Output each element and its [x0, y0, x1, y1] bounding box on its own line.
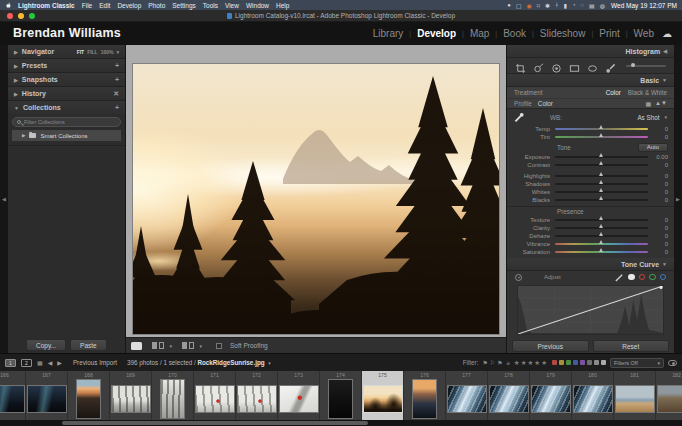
- filmstrip-thumbnail-180[interactable]: 180: [572, 371, 614, 420]
- color-label-chip-6[interactable]: [594, 360, 599, 365]
- filmstrip-thumbnail-168[interactable]: 168: [68, 371, 110, 420]
- filmstrip-scrollbar[interactable]: [0, 420, 682, 426]
- curve-channel-all-icon[interactable]: [628, 274, 635, 281]
- slider-handle[interactable]: [599, 180, 603, 184]
- contrast-slider-track[interactable]: [555, 164, 648, 166]
- filmstrip-thumbnail-179[interactable]: 179: [530, 371, 572, 420]
- menu-item-photo[interactable]: Photo: [148, 2, 165, 9]
- clear-icon[interactable]: ✕: [113, 90, 119, 98]
- filmstrip-thumbnail-181[interactable]: 181: [614, 371, 656, 420]
- grid-view-icon[interactable]: ▦: [37, 359, 43, 366]
- panel-adornment[interactable]: ✕: [113, 90, 119, 98]
- filmstrip-thumbnail-173[interactable]: 173: [278, 371, 320, 420]
- slider-handle[interactable]: [599, 196, 603, 200]
- filmstrip-thumbnail-177[interactable]: 177: [446, 371, 488, 420]
- basic-panel-header[interactable]: Basic▼: [507, 74, 674, 87]
- graduated-filter-icon[interactable]: [569, 60, 580, 71]
- before-after-topbottom-icon[interactable]: [182, 342, 194, 349]
- zoom-option-fill[interactable]: FILL: [87, 49, 98, 55]
- identity-plate[interactable]: Brendan Williams: [13, 26, 121, 40]
- menu-item-window[interactable]: Window: [246, 2, 269, 9]
- slider-handle[interactable]: [599, 153, 603, 157]
- scrollbar-thumb[interactable]: [62, 421, 368, 425]
- display-status-icon[interactable]: ▢: [516, 2, 522, 9]
- blacks-slider-track[interactable]: [555, 199, 648, 201]
- add-icon[interactable]: +: [115, 104, 119, 111]
- zoom-option-100%[interactable]: 100%: [101, 49, 114, 55]
- module-book[interactable]: Book: [503, 28, 526, 39]
- star-icon[interactable]: ★: [521, 359, 528, 366]
- filter-toggle-icon[interactable]: [668, 360, 677, 366]
- second-window-icon[interactable]: 2: [21, 359, 32, 367]
- filmstrip-thumbnail-166[interactable]: 166: [0, 371, 26, 420]
- treatment-color-button[interactable]: Color: [606, 89, 621, 96]
- star-icon[interactable]: ★: [514, 359, 521, 366]
- curve-channel-green-icon[interactable]: [649, 274, 656, 281]
- slider-handle[interactable]: [599, 216, 603, 220]
- slider-handle[interactable]: [599, 133, 603, 137]
- menu-item-help[interactable]: Help: [276, 2, 289, 9]
- shadows-slider-track[interactable]: [555, 183, 648, 185]
- brush-size-knob[interactable]: [631, 63, 635, 67]
- filters-dropdown[interactable]: Filters Off▾: [610, 358, 664, 368]
- color-label-chip-0[interactable]: [552, 360, 557, 365]
- add-icon[interactable]: +: [115, 76, 119, 83]
- search-status-icon[interactable]: ◌: [581, 2, 585, 9]
- add-icon[interactable]: +: [115, 62, 119, 69]
- filmstrip-thumbnail-174[interactable]: 174: [320, 371, 362, 420]
- saturation-slider-track[interactable]: [555, 251, 648, 253]
- filmstrip-thumbnail-178[interactable]: 178: [488, 371, 530, 420]
- radial-filter-icon[interactable]: [587, 60, 598, 71]
- slider-handle[interactable]: [599, 232, 603, 236]
- texture-slider-track[interactable]: [555, 219, 648, 221]
- curve-channel-blue-icon[interactable]: [660, 274, 667, 281]
- adjustment-brush-icon[interactable]: [605, 60, 616, 71]
- record-status-icon[interactable]: ●: [507, 2, 511, 9]
- temp-slider-track[interactable]: [555, 128, 648, 130]
- filmstrip-status[interactable]: 396 photos / 1 selected / RockRidgeSunri…: [127, 359, 271, 366]
- copy-button[interactable]: Copy...: [26, 339, 66, 351]
- filmstrip-thumbnail-172[interactable]: 172: [236, 371, 278, 420]
- filmstrip-thumbnail-171[interactable]: 171: [194, 371, 236, 420]
- eyedropper-icon[interactable]: [514, 111, 524, 123]
- paste-button[interactable]: Paste: [70, 339, 107, 351]
- menubar-app-name[interactable]: Lightroom Classic: [18, 2, 75, 9]
- filmstrip-thumbnail-175[interactable]: 175: [362, 371, 404, 420]
- treatment-bw-button[interactable]: Black & White: [628, 89, 667, 96]
- slider-handle[interactable]: [599, 188, 603, 192]
- highlights-slider-track[interactable]: [555, 175, 648, 177]
- targeted-adjustment-icon[interactable]: [515, 274, 522, 281]
- tone-curve-panel-header[interactable]: Tone Curve▼: [507, 258, 674, 271]
- profile-value[interactable]: Color: [538, 100, 553, 107]
- panel-header-presets[interactable]: ▶Presets+: [8, 59, 125, 72]
- exposure-slider-track[interactable]: [555, 156, 648, 158]
- collection-item[interactable]: ▶Smart Collections: [12, 130, 121, 141]
- wb-preset-dropdown[interactable]: As Shot▾: [637, 114, 667, 121]
- filmstrip-thumbnail-176[interactable]: 176: [404, 371, 446, 420]
- color-label-chip-5[interactable]: [587, 360, 592, 365]
- color-label-chip-4[interactable]: [580, 360, 585, 365]
- shortcuts-status-icon[interactable]: ✱: [545, 2, 550, 9]
- panel-header-snapshots[interactable]: ▶Snapshots+: [8, 73, 125, 86]
- module-map[interactable]: Map: [470, 28, 489, 39]
- previous-button[interactable]: Previous: [512, 340, 589, 352]
- star-rating-filter[interactable]: ★★★★★: [514, 359, 548, 367]
- spot-removal-icon[interactable]: [533, 60, 544, 71]
- histogram-panel-header[interactable]: Histogram◀: [507, 45, 674, 58]
- panel-adornment[interactable]: +: [115, 76, 119, 83]
- menu-item-develop[interactable]: Develop: [117, 2, 141, 9]
- slider-handle[interactable]: [599, 125, 603, 129]
- menu-item-view[interactable]: View: [225, 2, 239, 9]
- color-label-chip-3[interactable]: [573, 360, 578, 365]
- panel-adornment[interactable]: FITFILL100%▾: [77, 49, 119, 55]
- menu-item-edit[interactable]: Edit: [99, 2, 110, 9]
- filmstrip-thumbnail-169[interactable]: 169: [110, 371, 152, 420]
- panel-header-navigator[interactable]: ▶NavigatorFITFILL100%▾: [8, 45, 125, 58]
- battery-status-icon[interactable]: ▮: [564, 2, 567, 9]
- panel-adornment[interactable]: +: [115, 62, 119, 69]
- siri-status-icon[interactable]: ◍: [600, 2, 605, 9]
- adobe-app-status-icon[interactable]: ◉: [527, 2, 532, 9]
- profile-arrows-icon[interactable]: ▲▼: [655, 100, 667, 107]
- menu-item-settings[interactable]: Settings: [172, 2, 196, 9]
- slider-handle[interactable]: [599, 248, 603, 252]
